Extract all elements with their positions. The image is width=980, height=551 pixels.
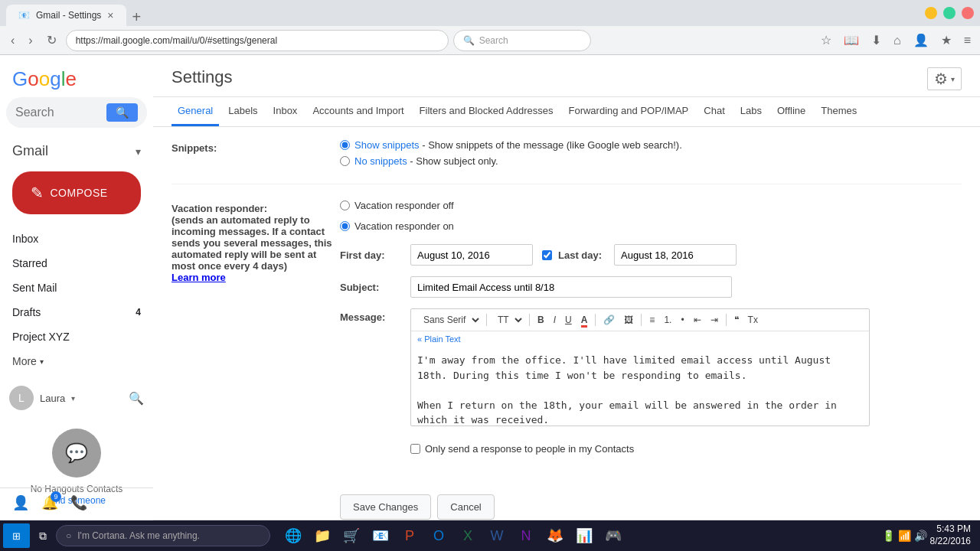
vacation-on-radio[interactable]	[340, 221, 350, 231]
show-snippets-radio[interactable]	[340, 140, 350, 150]
taskbar-search[interactable]: ○ I'm Cortana. Ask me anything.	[56, 525, 270, 546]
refresh-button[interactable]: ↻	[42, 30, 61, 51]
message-row: Message: Sans Serif TT	[340, 308, 962, 426]
taskbar-app-word[interactable]: W	[483, 522, 511, 549]
window-maximize-button[interactable]: □	[943, 7, 956, 19]
menu-icon[interactable]: ≡	[961, 31, 974, 51]
search-input[interactable]	[15, 106, 100, 119]
italic-button[interactable]: I	[550, 313, 559, 327]
sidebar-item-starred[interactable]: Starred	[0, 251, 153, 276]
taskview-button[interactable]: ⧉	[33, 527, 53, 546]
network-icon[interactable]: 📶	[898, 530, 911, 542]
taskbar-clock[interactable]: 5:43 PM 8/22/2016	[930, 523, 971, 547]
sidebar-item-more[interactable]: More ▾	[0, 349, 153, 373]
image-button[interactable]: 🖼	[621, 313, 636, 327]
tab-labels[interactable]: Labels	[222, 97, 263, 126]
back-button[interactable]: ‹	[6, 31, 19, 51]
home-icon[interactable]: ⌂	[890, 31, 904, 51]
tab-close-button[interactable]: ×	[107, 9, 113, 21]
editor-separator-3	[595, 314, 596, 326]
taskbar-app-powerpoint[interactable]: P	[396, 522, 423, 549]
sidebar-item-inbox[interactable]: Inbox	[0, 227, 153, 251]
subject-input[interactable]	[410, 276, 732, 298]
account-icon[interactable]: 👤	[910, 30, 932, 51]
tab-general[interactable]: General	[172, 97, 219, 126]
tab-forwarding[interactable]: Forwarding and POP/IMAP	[562, 97, 694, 126]
quote-button[interactable]: ❝	[731, 313, 742, 327]
save-changes-button[interactable]: Save Changes	[340, 494, 431, 520]
ul-button[interactable]: •	[678, 313, 687, 327]
taskbar-app-ie[interactable]: 🌐	[279, 522, 307, 549]
tab-accounts[interactable]: Accounts and Import	[306, 97, 410, 126]
bold-button[interactable]: B	[534, 313, 547, 327]
reader-icon[interactable]: 📖	[841, 30, 862, 51]
sidebar-item-drafts[interactable]: Drafts 4	[0, 300, 153, 324]
tab-labs[interactable]: Labs	[734, 97, 768, 126]
link-button[interactable]: 🔗	[600, 313, 618, 327]
sidebar-item-sent[interactable]: Sent Mail	[0, 276, 153, 300]
search-contacts-button[interactable]: 🔍	[129, 391, 144, 406]
taskbar-app-firefox[interactable]: 🦊	[541, 522, 569, 549]
volume-icon[interactable]: 🔊	[914, 530, 927, 542]
contacts-icon[interactable]: 👤	[12, 494, 29, 511]
settings-title: Settings	[172, 67, 927, 96]
contacts-only-checkbox[interactable]	[410, 444, 420, 454]
new-tab-button[interactable]: +	[126, 8, 148, 26]
search-button[interactable]: 🔍	[106, 103, 138, 122]
tab-offline[interactable]: Offline	[771, 97, 812, 126]
gmail-dropdown-button[interactable]: ▾	[136, 145, 141, 158]
bookmark-icon[interactable]: ☆	[818, 30, 835, 51]
text-color-button[interactable]: A	[578, 313, 591, 327]
browser-tab[interactable]: 📧 Gmail - Settings ×	[6, 5, 126, 26]
settings-gear-button[interactable]: ⚙ ▾	[927, 67, 962, 90]
taskbar-app-unknown2[interactable]: 🎮	[599, 522, 627, 549]
search-icon: 🔍	[463, 35, 475, 46]
user-dropdown-button[interactable]: ▾	[71, 394, 75, 403]
last-day-checkbox[interactable]	[542, 250, 552, 260]
underline-button[interactable]: U	[562, 313, 575, 327]
gear-icon: ⚙	[934, 70, 948, 88]
compose-button[interactable]: ✎ COMPOSE	[12, 171, 141, 214]
start-button[interactable]: ⊞	[3, 523, 30, 548]
tab-inbox[interactable]: Inbox	[267, 97, 304, 126]
window-minimize-button[interactable]: _	[925, 7, 937, 19]
taskbar-app-store[interactable]: 🛒	[338, 522, 365, 549]
font-select[interactable]: Sans Serif	[417, 312, 482, 328]
taskbar-app-unknown1[interactable]: 📊	[570, 522, 598, 549]
taskbar-app-mail[interactable]: 📧	[367, 522, 394, 549]
notifications-icon[interactable]: 🔔 9	[41, 494, 58, 511]
taskbar-app-excel[interactable]: X	[454, 522, 482, 549]
remove-format-button[interactable]: Tx	[745, 313, 761, 327]
first-day-input[interactable]	[410, 244, 533, 266]
message-textarea[interactable]: I'm away from the office. I'll have limi…	[411, 347, 869, 423]
last-day-input[interactable]	[614, 244, 737, 266]
favorites-icon[interactable]: ★	[938, 30, 955, 51]
battery-icon[interactable]: 🔋	[882, 530, 895, 542]
no-snippets-label: No snippets - Show subject only.	[354, 155, 498, 167]
indent-inc-button[interactable]: ⇥	[707, 313, 721, 327]
taskbar-app-outlook[interactable]: O	[425, 522, 452, 549]
first-day-row: First day: Last day:	[340, 244, 962, 266]
learn-more-link[interactable]: Learn more	[172, 272, 226, 283]
cancel-button[interactable]: Cancel	[437, 494, 494, 520]
sidebar-item-project[interactable]: Project XYZ	[0, 324, 153, 349]
taskbar-app-explorer[interactable]: 📁	[309, 522, 336, 549]
window-close-button[interactable]: ×	[962, 7, 974, 19]
taskbar-app-onenote[interactable]: N	[512, 522, 540, 549]
browser-search-bar[interactable]: 🔍 Search	[453, 30, 591, 51]
align-button[interactable]: ≡	[646, 313, 658, 327]
search-widget[interactable]: 🔍	[6, 97, 147, 128]
tab-filters[interactable]: Filters and Blocked Addresses	[413, 97, 560, 126]
no-snippets-radio[interactable]	[340, 156, 350, 166]
plain-text-link[interactable]: « Plain Text	[411, 331, 869, 347]
address-bar[interactable]: https://mail.google.com/mail/u/0/#settin…	[66, 30, 449, 51]
phone-icon[interactable]: 📞	[70, 494, 87, 511]
forward-button[interactable]: ›	[24, 31, 37, 51]
tab-themes[interactable]: Themes	[815, 97, 863, 126]
vacation-off-radio[interactable]	[340, 201, 350, 210]
download-icon[interactable]: ⬇	[868, 30, 884, 51]
indent-dec-button[interactable]: ⇤	[691, 313, 704, 327]
ol-button[interactable]: 1.	[661, 313, 675, 327]
font-size-select[interactable]: TT	[492, 312, 524, 328]
tab-chat[interactable]: Chat	[697, 97, 730, 126]
